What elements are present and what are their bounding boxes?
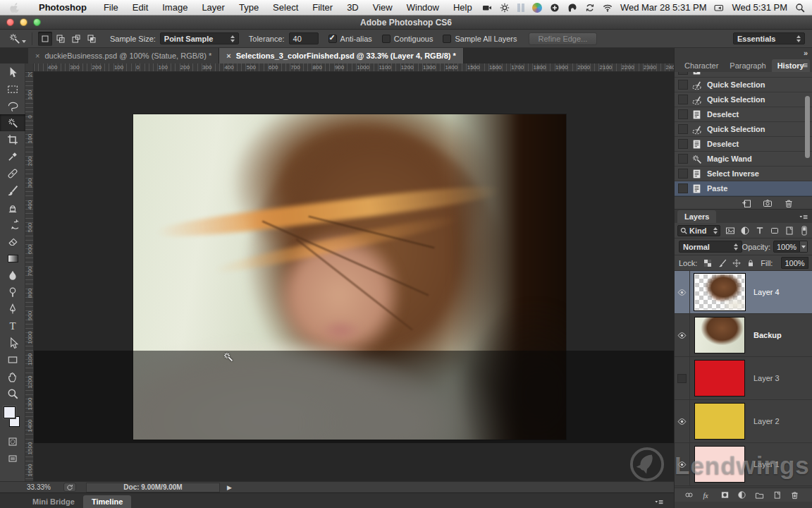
visibility-toggle[interactable] <box>675 271 690 314</box>
filter-toggle-icon[interactable] <box>799 226 809 236</box>
layer-row-layer-4[interactable]: Layer 4 <box>675 271 812 314</box>
smart-object-filter-icon[interactable] <box>785 226 794 236</box>
menu-filter[interactable]: Filter <box>305 2 340 13</box>
blend-mode-dropdown[interactable]: Normal <box>679 241 742 253</box>
brightness-icon[interactable] <box>500 3 510 13</box>
layer-thumbnail[interactable] <box>694 403 745 440</box>
timeline-panel-menu-button[interactable] <box>654 497 664 507</box>
wifi-icon[interactable] <box>603 3 613 13</box>
clone-stamp-tool-button[interactable] <box>0 199 25 216</box>
menu-file[interactable]: File <box>97 2 125 13</box>
doc-tab-duckiebusinesss[interactable]: × duckieBusinesss.psd @ 100% (Statue, RG… <box>28 48 219 64</box>
layer-group-icon[interactable] <box>755 490 764 500</box>
history-source-well[interactable] <box>678 72 688 75</box>
collapse-to-icons-button[interactable]: » <box>804 49 808 57</box>
refine-edge-button[interactable]: Refine Edge... <box>529 32 598 45</box>
apple-menu[interactable] <box>10 2 20 13</box>
shape-tool-button[interactable] <box>0 351 25 368</box>
tab-timeline[interactable]: Timeline <box>83 495 131 508</box>
delete-layer-icon[interactable] <box>790 490 799 500</box>
refresh-button[interactable] <box>63 483 76 492</box>
lock-pixels-icon[interactable] <box>718 259 727 267</box>
layer-thumbnail[interactable] <box>694 360 745 397</box>
layer-thumbnail[interactable] <box>694 274 745 310</box>
history-state-clipped[interactable] <box>675 72 812 78</box>
opacity-input[interactable]: 100% <box>773 241 800 253</box>
marquee-tool-button[interactable] <box>0 80 25 97</box>
history-source-well[interactable] <box>678 169 688 179</box>
fill-input[interactable]: 100% <box>781 257 808 269</box>
pixel-filter-icon[interactable] <box>725 226 735 236</box>
contiguous-checkbox-group[interactable]: Contiguous <box>382 35 433 43</box>
history-source-well[interactable] <box>678 183 688 193</box>
crop-tool-button[interactable] <box>0 131 25 148</box>
sample-all-layers-checkbox[interactable] <box>443 35 451 43</box>
history-state-paste[interactable]: Paste <box>675 181 812 196</box>
move-tool-button[interactable] <box>0 64 25 80</box>
close-tab-icon[interactable]: × <box>226 52 230 60</box>
layer-name[interactable]: Layer 2 <box>753 417 780 425</box>
menu-image[interactable]: Image <box>155 2 195 13</box>
layer-thumbnail[interactable] <box>694 446 745 483</box>
app-switcher-icon[interactable] <box>517 4 524 12</box>
menu-select[interactable]: Select <box>266 2 305 13</box>
menu-view[interactable]: View <box>366 2 400 13</box>
history-state-quick-selection[interactable]: Quick Selection <box>675 92 812 107</box>
document-size-info[interactable]: Doc: 9.00M/9.00M <box>86 483 220 492</box>
sample-all-layers-checkbox-group[interactable]: Sample All Layers <box>443 35 517 43</box>
anti-alias-checkbox[interactable] <box>328 35 337 43</box>
video-camera-icon[interactable] <box>482 3 492 13</box>
plus-badge-icon[interactable] <box>550 3 560 13</box>
path-selection-tool-button[interactable] <box>0 334 25 351</box>
history-source-well[interactable] <box>678 95 688 104</box>
visibility-toggle[interactable] <box>675 400 690 443</box>
zoom-level[interactable]: 33.33% <box>27 483 63 491</box>
document-canvas[interactable]: ⌘V <box>34 72 674 481</box>
history-source-well[interactable] <box>678 154 688 164</box>
sync-icon[interactable] <box>585 3 595 13</box>
menu-3d[interactable]: 3D <box>340 2 366 13</box>
sample-size-dropdown[interactable]: Point Sample <box>160 32 239 44</box>
magic-wand-tool-button[interactable] <box>0 114 25 131</box>
menu-window[interactable]: Window <box>400 2 446 13</box>
new-layer-icon[interactable] <box>773 490 782 500</box>
visibility-toggle[interactable] <box>675 314 690 357</box>
history-source-well[interactable] <box>678 139 688 149</box>
hand-tool-button[interactable] <box>0 368 25 385</box>
selection-mode-add-button[interactable] <box>54 32 68 46</box>
zoom-tool-button[interactable] <box>0 385 25 402</box>
selection-mode-intersect-button[interactable] <box>85 32 99 46</box>
history-source-well[interactable] <box>678 109 688 119</box>
status-options-arrow[interactable]: ▶ <box>227 484 232 491</box>
menu-layer[interactable]: Layer <box>195 2 232 13</box>
doc-tab-selections-3-colorfinished[interactable]: × Selections_3_colorFinished.psd @ 33.3%… <box>219 48 464 64</box>
link-layers-icon[interactable] <box>684 490 694 500</box>
color-app-icon[interactable] <box>532 3 542 13</box>
brush-tool-button[interactable] <box>0 182 25 199</box>
tool-preset-picker[interactable] <box>8 32 26 44</box>
foreground-color-swatch[interactable] <box>4 406 16 418</box>
type-tool-button[interactable]: T <box>0 318 25 334</box>
type-filter-icon[interactable] <box>755 226 765 236</box>
visibility-toggle[interactable] <box>675 357 690 400</box>
menubar-time-short[interactable]: Wed 5:31 PM <box>732 2 787 13</box>
menu-help[interactable]: Help <box>446 2 479 13</box>
history-state-magic-wand[interactable]: Magic Wand <box>675 152 812 167</box>
lasso-tool-button[interactable] <box>0 97 25 114</box>
history-source-well[interactable] <box>678 80 688 90</box>
history-brush-tool-button[interactable] <box>0 216 25 233</box>
layer-name[interactable]: Backup <box>753 331 782 339</box>
anti-alias-checkbox-group[interactable]: Anti-alias <box>328 35 372 43</box>
eyedropper-tool-button[interactable] <box>0 148 25 165</box>
menubar-date-time[interactable]: Wed Mar 28 5:31 PM <box>620 2 707 13</box>
close-tab-icon[interactable]: × <box>35 52 39 60</box>
input-source-icon[interactable] <box>714 3 724 13</box>
layer-style-icon[interactable]: fx <box>702 490 712 500</box>
history-scrollbar[interactable] <box>805 96 810 158</box>
blur-tool-button[interactable] <box>0 267 25 284</box>
dodge-tool-button[interactable] <box>0 284 25 301</box>
layer-mask-icon[interactable] <box>720 490 730 500</box>
adjustment-filter-icon[interactable] <box>740 226 750 236</box>
menu-photoshop[interactable]: Photoshop <box>32 2 97 13</box>
evernote-icon[interactable] <box>567 3 577 13</box>
